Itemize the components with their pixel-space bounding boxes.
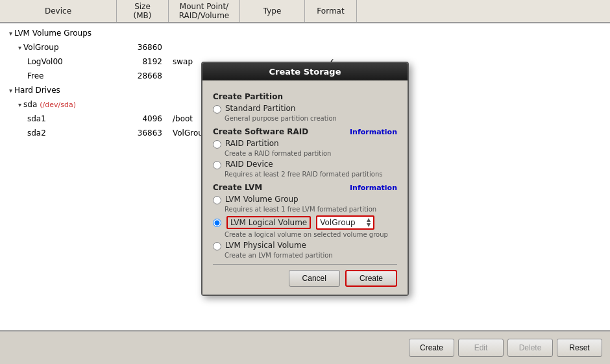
radio-raid-partition[interactable]: RAID Partition [213,139,397,149]
raid-partition-label: RAID Partition [225,139,279,148]
create-lvm-header: Create LVM Information [213,183,397,192]
radio-lvm-volume-group[interactable]: LVM Volume Group [213,195,397,204]
select-arrows-icon: ▲ ▼ [367,217,371,228]
lvm-volume-group-label: LVM Volume Group [225,195,299,204]
modal-divider [213,264,397,265]
lvm-physical-volume-label: LVM Physical Volume [225,241,306,250]
lvm-logical-volume-sub: Create a logical volume on selected volu… [225,231,397,238]
lvm-volume-group-sub: Requires at least 1 free LVM formated pa… [225,206,397,213]
modal-overlay: Create Storage Create Partition Standard… [0,0,610,364]
modal-title: Create Storage [202,63,408,80]
create-partition-header: Create Partition [213,92,397,101]
standard-partition-label: Standard Partition [225,104,295,113]
volgroup-select[interactable]: VolGroup ▲ ▼ [316,215,374,230]
modal-create-button[interactable]: Create [345,270,397,287]
create-storage-dialog: Create Storage Create Partition Standard… [201,62,409,296]
raid-device-label: RAID Device [225,160,273,169]
lvm-info-link[interactable]: Information [350,184,397,192]
create-software-raid-header: Create Software RAID Information [213,127,397,136]
raid-device-sub: Requires at least 2 free RAID formated p… [225,171,397,178]
raid-partition-sub: Create a RAID formated partition [225,150,397,157]
modal-buttons: Cancel Create [213,270,397,287]
raid-info-link[interactable]: Information [350,128,397,136]
radio-standard-partition[interactable]: Standard Partition [213,104,397,114]
standard-partition-sub: General purpose partition creation [225,115,397,122]
cancel-button[interactable]: Cancel [289,270,340,287]
lvm-physical-volume-sub: Create an LVM formated partition [225,252,397,259]
radio-lvm-physical-volume[interactable]: LVM Physical Volume [213,241,397,250]
lvm-logical-volume-label: LVM Logical Volume [226,216,311,229]
modal-body: Create Partition Standard Partition Gene… [202,80,408,295]
lvm-logical-volume-row[interactable]: LVM Logical Volume VolGroup ▲ ▼ [213,215,397,230]
radio-raid-device[interactable]: RAID Device [213,160,397,169]
